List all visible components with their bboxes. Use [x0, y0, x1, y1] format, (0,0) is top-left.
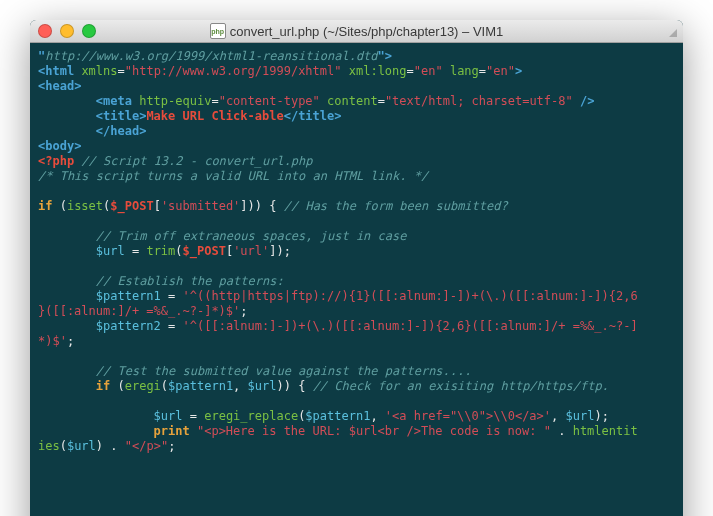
editor-window: php convert_url.php (~/Sites/php/chapter… — [30, 20, 683, 516]
print-string: "<p>Here is the URL: $url<br />The code … — [197, 424, 551, 438]
minimize-icon[interactable] — [60, 24, 74, 38]
doctype-line: http://www.w3.org/1999/xhtml1-reansition… — [45, 49, 377, 63]
traffic-lights — [38, 24, 96, 38]
html-open: <html — [38, 64, 74, 78]
head-open: <head> — [38, 79, 81, 93]
script-desc: /* This script turns a valid URL into an… — [38, 169, 428, 183]
title-text: Make URL Click-able — [146, 109, 283, 123]
titlebar[interactable]: php convert_url.php (~/Sites/php/chapter… — [30, 20, 683, 43]
window-title-wrap: php convert_url.php (~/Sites/php/chapter… — [30, 23, 683, 39]
resize-icon[interactable] — [665, 25, 677, 37]
code-editor[interactable]: "http://www.w3.org/1999/xhtml1-reansitio… — [30, 43, 683, 516]
php-open: <?php — [38, 154, 74, 168]
window-title: convert_url.php (~/Sites/php/chapter13) … — [230, 24, 504, 39]
zoom-icon[interactable] — [82, 24, 96, 38]
file-icon: php — [210, 23, 226, 39]
close-icon[interactable] — [38, 24, 52, 38]
body-open: <body> — [38, 139, 81, 153]
